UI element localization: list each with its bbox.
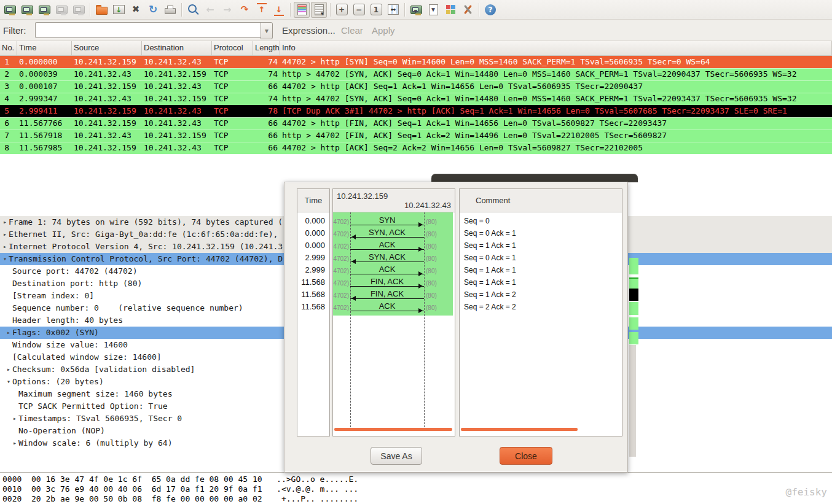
packet-cell: 7 — [0, 130, 17, 142]
capture-filter-button[interactable] — [408, 2, 424, 18]
detail-text: Sequence number: 0 (relative sequence nu… — [12, 302, 243, 314]
detail-text: [Calculated window size: 14600] — [12, 351, 162, 363]
column-header-protocol[interactable]: Protocol — [212, 41, 253, 55]
packet-row[interactable]: 42.99934710.241.32.4310.241.32.159TCP74h… — [0, 93, 832, 105]
flow-time-value[interactable]: 2.999 — [297, 252, 329, 264]
flow-time-value[interactable]: 11.568 — [297, 276, 329, 289]
flow-comment[interactable]: Seq = 0 — [460, 215, 622, 227]
reload-button[interactable]: ↻ — [145, 2, 161, 18]
flow-comment[interactable]: Seq = 0 Ack = 1 — [460, 227, 622, 239]
flow-arrow-row[interactable]: (44702)ACK(80) — [333, 301, 455, 313]
clear-button[interactable]: Clear — [341, 25, 363, 36]
flow-comment[interactable]: Seq = 2 Ack = 2 — [460, 301, 622, 313]
column-header-length[interactable]: Length — [253, 41, 280, 55]
find-packet-button[interactable] — [185, 2, 201, 18]
column-header-time[interactable]: Time — [17, 41, 72, 55]
flow-comment[interactable]: Seq = 1 Ack = 1 — [460, 239, 622, 252]
column-header-no[interactable]: No. — [0, 41, 17, 55]
hex-dump-pane[interactable]: 0000 00 16 3e 47 4f 0e 1c 6f 65 0a dd fe… — [0, 472, 832, 504]
save-as-button[interactable]: Save As — [371, 447, 422, 465]
flow-src-port: (44702) — [333, 304, 349, 311]
flow-arrow-row[interactable]: (44702)FIN, ACK(80) — [333, 276, 455, 289]
expand-icon[interactable]: ▸ — [1, 216, 9, 228]
save-file-button[interactable]: ↓ — [111, 2, 127, 18]
packet-cell: TCP — [212, 105, 253, 117]
filter-input[interactable] — [35, 22, 265, 38]
close-file-button[interactable]: ✖ — [128, 2, 144, 18]
flow-comment[interactable]: Seq = 0 Ack = 1 — [460, 252, 622, 264]
auto-scroll-button[interactable] — [311, 2, 327, 18]
packet-cell: 44702 > http [ACK] Seq=2 Ack=2 Win=14656… — [280, 142, 832, 154]
help-button[interactable]: ? — [482, 2, 498, 18]
flow-arrow-row[interactable]: (44702)SYN, ACK(80) — [333, 227, 455, 239]
comment-horizontal-scrollbar[interactable] — [461, 428, 578, 431]
flow-arrow-row[interactable]: (44702)SYN, ACK(80) — [333, 252, 455, 264]
flow-time-value[interactable]: 11.568 — [297, 289, 329, 301]
flow-arrow-row[interactable]: (44702)FIN, ACK(80) — [333, 289, 455, 301]
apply-button[interactable]: Apply — [372, 25, 395, 36]
flow-time-value[interactable]: 2.999 — [297, 264, 329, 276]
expand-icon[interactable]: ▸ — [11, 437, 18, 449]
column-header-source[interactable]: Source — [72, 41, 142, 55]
packet-cell: 0.000107 — [17, 80, 72, 93]
packet-row[interactable]: 10.00000010.241.32.15910.241.32.43TCP744… — [0, 56, 832, 68]
flow-time-value[interactable]: 0.000 — [297, 239, 329, 252]
zoom-100-button[interactable]: 1 — [368, 2, 384, 18]
flow-src-port: (44702) — [333, 268, 349, 274]
flow-comment[interactable]: Seq = 1 Ack = 2 — [460, 289, 622, 301]
packet-cell: 11.567918 — [17, 130, 72, 142]
start-capture-button[interactable] — [36, 2, 52, 18]
flow-time-value[interactable]: 0.000 — [297, 215, 329, 227]
flow-comment[interactable]: Seq = 1 Ack = 1 — [460, 264, 622, 276]
zoom-in-button[interactable]: + — [334, 2, 350, 18]
goto-packet-button[interactable]: ↷ — [237, 2, 253, 18]
expression-button[interactable]: Expression... — [282, 25, 336, 36]
indent-spacer — [5, 277, 12, 290]
capture-options-button[interactable] — [19, 2, 35, 18]
expand-icon[interactable]: ▸ — [11, 413, 18, 425]
expand-icon[interactable]: ▸ — [1, 228, 9, 241]
packet-row[interactable]: 52.99941110.241.32.15910.241.32.43TCP78[… — [0, 105, 832, 117]
packet-row[interactable]: 811.56798510.241.32.15910.241.32.43TCP66… — [0, 142, 832, 154]
list-interfaces-button[interactable] — [2, 2, 18, 18]
zoom-out-button[interactable]: − — [351, 2, 367, 18]
toolbar-separator — [330, 3, 331, 17]
preferences-icon — [464, 5, 472, 14]
collapse-icon[interactable]: ▾ — [5, 376, 12, 388]
packet-cell: 10.241.32.159 — [142, 130, 212, 142]
packet-row[interactable]: 20.00003910.241.32.4310.241.32.159TCP74h… — [0, 68, 832, 80]
goto-last-button[interactable]: ↓ — [271, 2, 287, 18]
packet-cell: TCP — [212, 93, 253, 105]
flow-src-port: (44702) — [333, 219, 349, 225]
column-header-info[interactable]: Info — [280, 41, 832, 55]
flow-horizontal-scrollbar[interactable] — [334, 428, 452, 431]
flow-arrow-row[interactable]: (44702)ACK(80) — [333, 264, 455, 276]
arrow-right: SYN — [350, 215, 424, 225]
flow-arrow-row[interactable]: (44702)SYN(80) — [333, 215, 455, 227]
packet-cell: http > 44702 [FIN, ACK] Seq=1 Ack=2 Win=… — [280, 130, 832, 142]
flow-time-value[interactable]: 0.000 — [297, 227, 329, 239]
packet-row[interactable]: 711.56791810.241.32.4310.241.32.159TCP66… — [0, 130, 832, 142]
coloring-rules-button[interactable] — [442, 2, 458, 18]
collapse-icon[interactable]: ▾ — [1, 253, 9, 265]
preferences-button[interactable] — [460, 2, 476, 18]
colorize-list-button[interactable] — [294, 2, 310, 18]
flow-comment[interactable]: Seq = 1 Ack = 1 — [460, 276, 622, 289]
column-header-destination[interactable]: Destination — [142, 41, 212, 55]
resize-columns-button[interactable]: ↔ — [385, 2, 401, 18]
flow-time-header: Time — [297, 189, 329, 212]
open-file-button[interactable] — [93, 2, 109, 18]
close-button[interactable]: Close — [500, 447, 552, 465]
flow-arrow-row[interactable]: (44702)ACK(80) — [333, 239, 455, 252]
go-forward-button: → — [219, 2, 235, 18]
display-filter-button[interactable]: ▼ — [425, 2, 441, 18]
expand-icon[interactable]: ▸ — [5, 363, 12, 376]
print-button[interactable] — [162, 2, 178, 18]
expand-icon[interactable]: ▸ — [5, 327, 12, 339]
packet-row[interactable]: 611.56776610.241.32.15910.241.32.43TCP66… — [0, 117, 832, 130]
packet-row[interactable]: 30.00010710.241.32.15910.241.32.43TCP664… — [0, 80, 832, 93]
filter-dropdown-button[interactable]: ▼ — [261, 22, 273, 39]
flow-time-value[interactable]: 11.568 — [297, 301, 329, 313]
expand-icon[interactable]: ▸ — [1, 241, 9, 253]
goto-first-button[interactable]: ↑ — [254, 2, 270, 18]
